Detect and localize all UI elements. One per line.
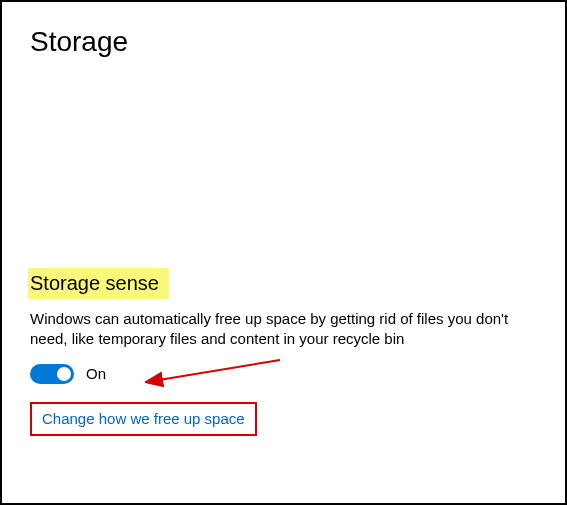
toggle-knob (57, 367, 71, 381)
svg-line-1 (159, 360, 280, 380)
settings-panel: Storage Storage sense Windows can automa… (2, 2, 565, 460)
section-heading-wrap: Storage sense (30, 268, 537, 299)
annotation-arrow-icon (145, 356, 295, 396)
section-description: Windows can automatically free up space … (30, 309, 537, 350)
annotation-box: Change how we free up space (30, 402, 257, 436)
toggle-row: On (30, 364, 537, 384)
section-heading-storage-sense: Storage sense (28, 268, 169, 299)
storage-sense-toggle[interactable] (30, 364, 74, 384)
toggle-state-label: On (86, 365, 106, 382)
link-row: Change how we free up space (30, 402, 257, 436)
page-title: Storage (30, 26, 537, 58)
change-free-up-space-link[interactable]: Change how we free up space (42, 410, 245, 427)
